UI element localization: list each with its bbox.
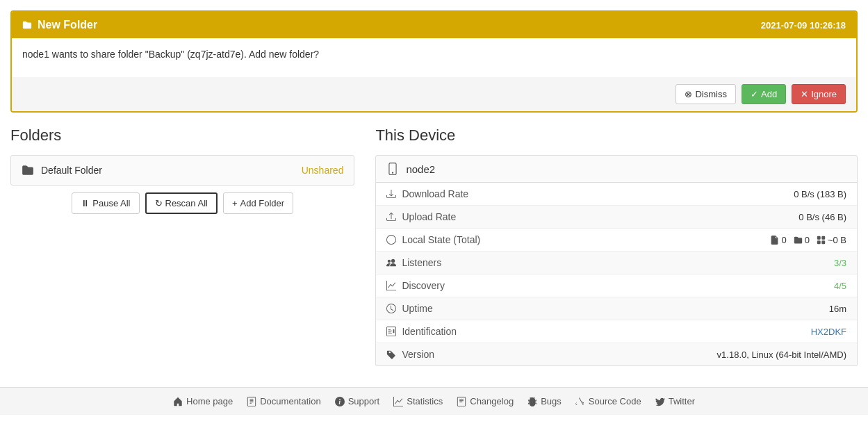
ignore-button[interactable]: ✕ Ignore [792,84,846,104]
device-row-download: Download Rate 0 B/s (183 B) [376,183,857,206]
footer: Home page Documentation Support Statisti… [0,387,868,415]
version-value: v1.18.0, Linux (64-bit Intel/AMD) [717,350,846,360]
check-icon: ✓ [751,89,758,99]
discovery-icon [386,281,396,290]
notification-header-left: New Folder [22,19,97,31]
identification-icon [386,327,396,336]
stats-icon [393,397,403,406]
folder-item: Default Folder Unshared [10,155,354,186]
identification-label: Identification [386,326,457,337]
device-table: Download Rate 0 B/s (183 B) Upload Rate … [375,183,858,366]
device-row-identification: Identification HX2DKF [376,320,857,343]
notification-message: node1 wants to share folder "Backup" (zq… [22,49,846,60]
uptime-icon [386,304,396,313]
download-icon [386,189,396,199]
footer-changelog[interactable]: Changelog [457,396,514,406]
main-content: Folders Default Folder Unshared ⏸ Pause … [0,113,868,380]
version-label: Version [386,349,434,360]
upload-icon [386,212,396,222]
dismiss-button[interactable]: ⊗ Dismiss [675,84,736,104]
code-icon [575,397,585,406]
device-row-upload: Upload Rate 0 B/s (46 B) [376,206,857,229]
upload-value: 0 B/s (46 B) [799,212,846,222]
device-row-local-state: Local State (Total) 0 0 ~0 B [376,229,857,252]
device-panel: This Device node2 Download Rate 0 B/s (1… [375,126,858,366]
folder-item-left: Default Folder [22,164,102,176]
rescan-icon: ↻ [155,198,163,208]
add-folder-icon: + [232,198,238,208]
uptime-label: Uptime [386,303,432,314]
add-folder-button[interactable]: + Add Folder [223,192,293,214]
listeners-label: Listeners [386,257,441,268]
folders-title: Folders [10,126,354,145]
notification-actions: ⊗ Dismiss ✓ Add ✕ Ignore [12,77,856,111]
local-state-icon [386,235,396,245]
device-row-discovery: Discovery 4/5 [376,274,857,297]
folder-name: Default Folder [41,165,102,176]
local-state-value: 0 0 ~0 B [770,235,846,245]
discovery-label: Discovery [386,280,444,291]
footer-source-code[interactable]: Source Code [575,396,641,406]
pause-icon: ⏸ [81,198,90,208]
device-name: node2 [406,163,435,175]
identification-value: HX2DKF [811,327,846,337]
device-header: node2 [375,155,858,183]
download-label: Download Rate [386,188,468,199]
footer-twitter[interactable]: Twitter [655,396,695,406]
changelog-icon [457,397,466,406]
download-value: 0 B/s (183 B) [794,189,846,199]
footer-homepage[interactable]: Home page [173,396,233,406]
folder-status: Unshared [302,165,344,176]
device-row-version: Version v1.18.0, Linux (64-bit Intel/AMD… [376,343,857,365]
device-row-listeners: Listeners 3/3 [376,252,857,274]
listeners-value: 3/3 [834,258,846,268]
folder-actions: ⏸ Pause All ↻ Rescan All + Add Folder [10,192,354,214]
uptime-value: 16m [829,304,846,314]
pause-all-button[interactable]: ⏸ Pause All [72,192,139,214]
footer-bugs[interactable]: Bugs [527,396,562,406]
bugs-icon [527,397,537,406]
local-folders-icon: 0 [794,235,810,245]
dismiss-icon: ⊗ [685,89,692,99]
local-files-icon: 0 [770,235,786,245]
folder-small-icon [22,164,34,176]
home-icon [173,397,183,406]
version-icon [386,350,396,359]
discovery-value: 4/5 [834,281,846,291]
notification-banner: New Folder 2021-07-09 10:26:18 node1 wan… [10,10,858,113]
device-title: This Device [375,126,858,145]
rescan-all-button[interactable]: ↻ Rescan All [145,192,218,214]
device-row-uptime: Uptime 16m [376,297,857,320]
notification-header: New Folder 2021-07-09 10:26:18 [12,12,856,38]
twitter-icon [655,397,665,406]
notification-timestamp: 2021-07-09 10:26:18 [761,20,846,31]
doc-icon [247,397,256,406]
folder-icon [22,20,32,30]
device-icon [386,163,399,175]
notification-body: node1 wants to share folder "Backup" (zq… [12,38,856,77]
footer-statistics[interactable]: Statistics [393,396,443,406]
notification-title: New Folder [38,19,97,31]
footer-documentation[interactable]: Documentation [247,396,320,406]
support-icon [335,397,345,406]
add-button[interactable]: ✓ Add [742,84,786,104]
listeners-icon [386,258,396,268]
footer-support[interactable]: Support [335,396,380,406]
x-icon: ✕ [801,89,808,99]
local-size-icon: ~0 B [817,235,846,245]
folders-panel: Folders Default Folder Unshared ⏸ Pause … [10,126,354,366]
local-state-label: Local State (Total) [386,234,480,245]
upload-label: Upload Rate [386,211,456,222]
